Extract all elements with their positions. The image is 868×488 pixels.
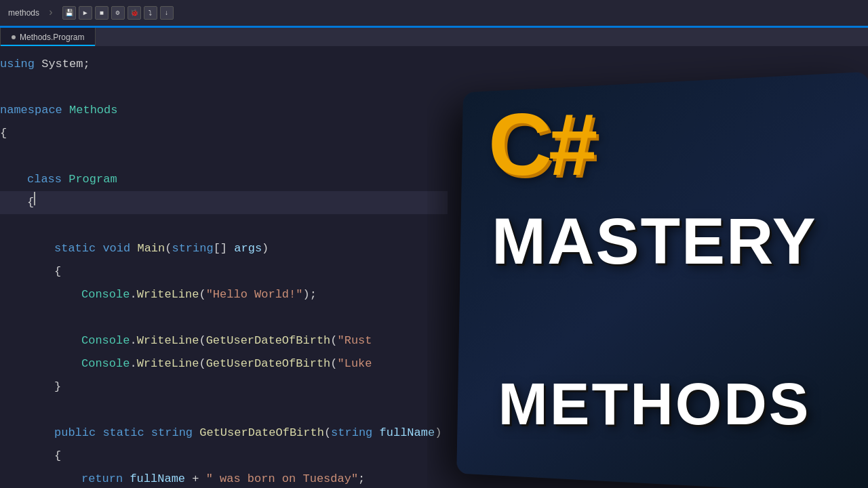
toolbar-icon-group: 💾 ▶ ■ ⚙ 🐞 ⤵ ↓ xyxy=(62,6,174,20)
kw-methods-ns: Methods xyxy=(69,99,117,122)
kw-namespace: namespace xyxy=(0,99,69,122)
code-line-14: Console.WriteLine(GetUserDateOfBirth("Lu… xyxy=(0,352,448,375)
csharp-logo: C# xyxy=(488,100,594,188)
code-line-9: static void Main(string[] args) xyxy=(0,237,448,260)
debug-icon-btn[interactable]: 🐞 xyxy=(127,6,141,20)
code-line-10: { xyxy=(0,260,448,283)
tab-modified-dot xyxy=(12,35,16,39)
toolbar: methods › 💾 ▶ ■ ⚙ 🐞 ⤵ ↓ xyxy=(0,0,868,26)
code-line-12 xyxy=(0,306,448,329)
kw-using: using xyxy=(0,53,41,76)
toolbar-methods-label: methods xyxy=(5,7,42,19)
build-icon-btn[interactable]: ⚙ xyxy=(111,6,125,20)
top-accent-line xyxy=(0,26,868,28)
editor-cursor xyxy=(34,192,35,205)
code-line-11: Console.WriteLine("Hello World!"); xyxy=(0,283,448,306)
code-line-15: } xyxy=(0,375,448,399)
run-icon-btn[interactable]: ▶ xyxy=(79,6,92,20)
code-line-19: return fullName + " was born on Tuesday"… xyxy=(0,468,448,488)
tab-bar: Methods.Program xyxy=(0,26,868,46)
code-line-1: using System; xyxy=(0,53,448,76)
kw-system: System; xyxy=(41,53,90,76)
overlay-panel: C# MASTERY METHODS xyxy=(427,46,868,488)
save-icon-btn[interactable]: 💾 xyxy=(62,6,76,20)
step-into-icon-btn[interactable]: ↓ xyxy=(160,6,174,20)
code-line-17: public static string GetUserDateOfBirth(… xyxy=(0,422,448,445)
code-content: using System; namespace Methods { class … xyxy=(0,46,448,488)
code-line-18: { xyxy=(0,445,448,468)
code-line-5 xyxy=(0,145,448,168)
code-line-2 xyxy=(0,76,448,99)
csharp-label: C# xyxy=(488,100,594,188)
code-line-6: class Program xyxy=(0,168,448,191)
code-line-8 xyxy=(0,214,448,237)
tab-label: Methods.Program xyxy=(20,33,84,42)
mastery-label: MASTERY xyxy=(448,209,861,274)
code-line-4: { xyxy=(0,122,448,145)
code-line-13: Console.WriteLine(GetUserDateOfBirth("Ru… xyxy=(0,329,448,352)
code-line-3: namespace Methods xyxy=(0,99,448,122)
code-line-7: { xyxy=(0,191,448,214)
code-line-16 xyxy=(0,399,448,422)
methods-label: METHODS xyxy=(448,374,861,434)
ide-container: methods › 💾 ▶ ■ ⚙ 🐞 ⤵ ↓ Methods.Program … xyxy=(0,0,868,488)
stop-icon-btn[interactable]: ■ xyxy=(95,6,108,20)
active-tab[interactable]: Methods.Program xyxy=(0,27,96,46)
step-over-icon-btn[interactable]: ⤵ xyxy=(144,6,157,20)
